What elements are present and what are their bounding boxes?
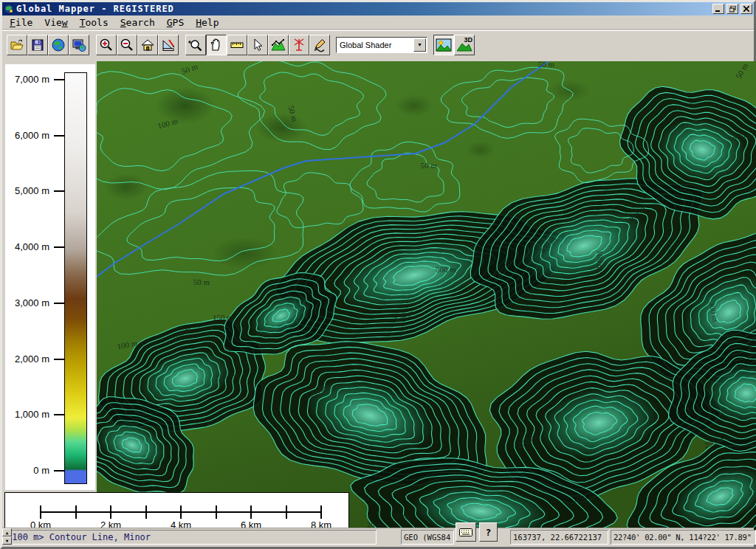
scale-tick — [180, 505, 182, 519]
legend-tick-label: 2,000 m — [15, 353, 49, 365]
keyboard-entry-button[interactable] — [456, 522, 476, 542]
capture-screen-button[interactable] — [69, 35, 89, 55]
open-file-button[interactable] — [7, 35, 27, 55]
window-title: Global Mapper - REGISTERED — [16, 4, 710, 14]
spinner-up-button[interactable]: ▲ — [2, 528, 12, 536]
legend-tick-label: 5,000 m — [15, 185, 49, 196]
terrain-shade-patch — [104, 173, 148, 200]
hand-icon — [209, 38, 224, 52]
terrain-profile-icon — [271, 38, 286, 52]
home-icon — [140, 38, 155, 52]
legend-tick-label: 4,000 m — [15, 241, 49, 252]
toolbar-group-file — [7, 35, 89, 55]
toolbar-separator — [179, 34, 185, 56]
legend-tick — [54, 79, 65, 80]
menu-item-tools[interactable]: Tools — [74, 16, 114, 29]
menu-bar: FileViewToolsSearchGPSHelp — [2, 15, 754, 30]
minimize-icon — [715, 6, 721, 12]
restore-icon — [729, 6, 736, 13]
keyboard-icon — [459, 528, 472, 536]
path-profile-tool-button[interactable] — [268, 35, 289, 55]
legend-tick-label: 3,000 m — [15, 297, 49, 308]
terrain-map-svg: 50 m100 m50 m50 m50 m50 m150 m100 m100 m… — [97, 61, 756, 532]
legend-tick-label: 1,000 m — [15, 409, 49, 420]
show-3d-button[interactable]: 3D — [454, 35, 475, 55]
toolbar-separator — [89, 34, 96, 56]
legend-tick — [54, 470, 65, 472]
shader-dropdown[interactable]: Global Shader ▼ — [336, 37, 427, 53]
legend-tick — [54, 359, 65, 360]
zoom-out-icon — [120, 38, 134, 52]
show-images-button[interactable] — [433, 35, 454, 55]
dropdown-arrow-button[interactable]: ▼ — [413, 38, 426, 52]
chevron-down-icon: ▼ — [417, 42, 422, 47]
title-bar[interactable]: Global Mapper - REGISTERED — [2, 2, 754, 15]
restore-button[interactable] — [726, 4, 738, 14]
zoom-in-button[interactable] — [96, 35, 117, 55]
legend-tick-label: 0 m — [33, 465, 49, 476]
spinner-down-button[interactable]: ▼ — [2, 536, 12, 545]
scale-tick — [75, 505, 77, 519]
app-icon — [4, 4, 14, 14]
triangle-down-icon: ▼ — [6, 538, 9, 543]
terrain-shade-patch — [211, 237, 278, 269]
menu-item-help[interactable]: Help — [190, 16, 224, 29]
scale-tick — [110, 505, 111, 519]
help-button[interactable]: ? — [479, 522, 498, 542]
status-feature-info: <100 m> Contour Line, Minor — [4, 530, 377, 545]
contour-label: 150 m — [213, 313, 233, 322]
contour-label: 400 m — [733, 131, 754, 140]
legend-tick-label: 6,000 m — [15, 130, 49, 141]
legend-tick — [54, 246, 65, 248]
legend-tick — [54, 190, 65, 192]
status-spinner: ▲ ▼ — [2, 528, 12, 545]
3d-button-label: 3D — [464, 36, 472, 44]
toolbar-group-view: 3D — [433, 35, 475, 55]
measure-tool-button[interactable] — [227, 35, 247, 55]
landscape-picture-icon — [436, 38, 452, 52]
elevation-gradient-bar — [64, 72, 87, 484]
zoom-in-icon — [99, 38, 114, 52]
triangle-up-icon: ▲ — [6, 530, 9, 535]
shader-dropdown-value: Global Shader — [337, 41, 413, 49]
save-button[interactable] — [27, 35, 48, 55]
pan-tool-button[interactable] — [206, 35, 227, 55]
monitor-globe-icon — [72, 38, 86, 52]
menu-item-file[interactable]: File — [4, 16, 38, 29]
map-view[interactable]: 50 m100 m50 m50 m50 m50 m150 m100 m100 m… — [97, 61, 756, 532]
full-view-button[interactable] — [137, 35, 158, 55]
menu-item-search[interactable]: Search — [114, 16, 161, 29]
menu-item-gps[interactable]: GPS — [161, 16, 190, 29]
menu-item-view[interactable]: View — [38, 16, 73, 29]
elevation-legend: 7,000 m6,000 m5,000 m4,000 m3,000 m2,000… — [5, 64, 95, 490]
zoom-tool-button[interactable] — [185, 35, 206, 55]
scale-tick — [40, 505, 41, 519]
legend-tick — [54, 135, 65, 137]
magnifier-icon — [188, 38, 203, 52]
select-tool-button[interactable] — [247, 35, 268, 55]
pencil-icon — [312, 38, 327, 52]
legend-tick — [54, 303, 65, 304]
terrain-shade-patch — [156, 87, 215, 124]
legend-tick-label: 7,000 m — [15, 74, 49, 85]
antenna-signal-icon — [292, 38, 306, 52]
contour-label: 100 m — [596, 250, 605, 271]
scale-tick — [250, 505, 252, 519]
status-cursor-coords: 163737, 22.66722137 ) — [510, 530, 608, 545]
status-lat-lon: 22?40' 02.00" N, 114?22' 17.89" E — [611, 530, 756, 545]
set-square-pencil-icon — [161, 38, 176, 52]
zoom-to-scale-button[interactable] — [158, 35, 179, 55]
minimize-button[interactable] — [712, 4, 724, 14]
zoom-out-button[interactable] — [117, 35, 137, 55]
legend-tick — [54, 414, 65, 415]
close-button[interactable] — [740, 4, 752, 14]
contour-label: 50 m — [421, 161, 438, 170]
terrain-shade-patch — [547, 80, 591, 102]
view-shed-tool-button[interactable] — [289, 35, 309, 55]
terrain-shade-patch — [396, 94, 433, 117]
digitizer-tool-button[interactable] — [309, 35, 330, 55]
open-folder-icon — [10, 38, 24, 52]
contour-label: 50 m — [193, 277, 210, 286]
scale-tick — [145, 505, 147, 519]
load-web-data-button[interactable] — [48, 35, 69, 55]
